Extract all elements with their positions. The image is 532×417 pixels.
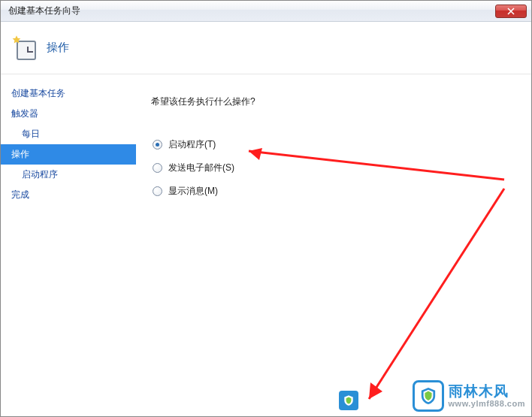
radio-label: 发送电子邮件(S) bbox=[168, 162, 234, 174]
close-button[interactable] bbox=[495, 5, 527, 18]
action-option[interactable]: 启动程序(T) bbox=[153, 138, 524, 151]
action-radio-group: 启动程序(T)发送电子邮件(S)显示消息(M) bbox=[153, 138, 524, 198]
small-logo-badge bbox=[339, 391, 358, 410]
shield-icon bbox=[343, 394, 354, 406]
radio-label: 启动程序(T) bbox=[168, 138, 216, 151]
watermark-name: 雨林木风 bbox=[449, 384, 525, 400]
radio-icon bbox=[153, 140, 162, 150]
action-option[interactable]: 显示消息(M) bbox=[153, 185, 524, 198]
wizard-body: 创建基本任务触发器每日操作启动程序完成 希望该任务执行什么操作? 启动程序(T)… bbox=[1, 74, 531, 416]
sidebar-item[interactable]: 完成 bbox=[1, 185, 136, 205]
shield-icon bbox=[420, 386, 437, 406]
radio-icon bbox=[153, 163, 162, 173]
sidebar-item[interactable]: 每日 bbox=[1, 124, 136, 144]
star-icon bbox=[11, 35, 23, 47]
wizard-window: 创建基本任务向导 操作 创建基本任务触发器每日操作启动程序完成 希望该任务执行什… bbox=[0, 0, 532, 417]
watermark-url: www.ylmf888.com bbox=[449, 399, 525, 408]
radio-label: 显示消息(M) bbox=[168, 185, 218, 198]
watermark-logo bbox=[413, 380, 444, 412]
sidebar-item[interactable]: 操作 bbox=[1, 144, 136, 165]
wizard-sidebar: 创建基本任务触发器每日操作启动程序完成 bbox=[1, 74, 136, 416]
wizard-header: 操作 bbox=[1, 22, 531, 74]
schedule-task-icon bbox=[12, 36, 36, 60]
window-title: 创建基本任务向导 bbox=[8, 5, 80, 17]
action-option[interactable]: 发送电子邮件(S) bbox=[153, 162, 524, 174]
watermark-text: 雨林木风 www.ylmf888.com bbox=[449, 384, 525, 409]
wizard-content: 希望该任务执行什么操作? 启动程序(T)发送电子邮件(S)显示消息(M) bbox=[136, 74, 531, 416]
sidebar-item[interactable]: 触发器 bbox=[1, 104, 136, 124]
close-icon bbox=[507, 8, 515, 15]
watermark: 雨林木风 www.ylmf888.com bbox=[413, 380, 525, 412]
sidebar-item[interactable]: 创建基本任务 bbox=[1, 83, 136, 104]
sidebar-item[interactable]: 启动程序 bbox=[1, 165, 136, 185]
radio-icon bbox=[153, 186, 162, 196]
titlebar: 创建基本任务向导 bbox=[1, 1, 531, 22]
page-title: 操作 bbox=[47, 41, 69, 55]
action-question: 希望该任务执行什么操作? bbox=[151, 95, 524, 108]
